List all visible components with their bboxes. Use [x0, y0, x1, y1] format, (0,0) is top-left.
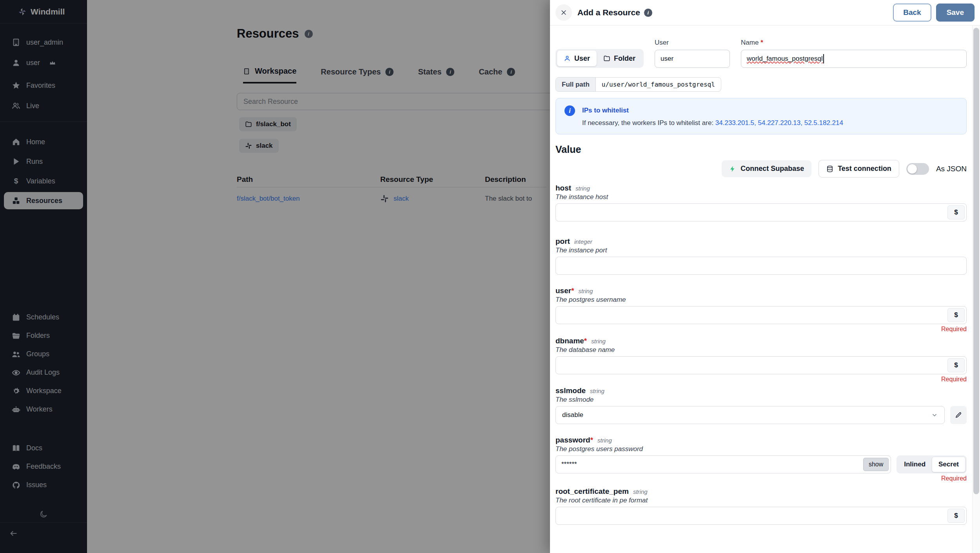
field-root-certificate-pem: root_certificate_pemstring The root cert… — [555, 487, 967, 525]
field-type: string — [579, 288, 593, 294]
required-asterisk: * — [760, 39, 763, 46]
database-icon — [826, 165, 833, 172]
insert-variable-button[interactable]: $ — [947, 358, 965, 372]
full-path-value: u/user/world_famous_postgresql — [596, 78, 721, 91]
insert-variable-button[interactable]: $ — [947, 509, 965, 523]
owner-folder-segment[interactable]: Folder — [597, 51, 642, 66]
field-description: The root certificate in pe format — [555, 497, 967, 504]
sslmode-selected-value: disable — [562, 411, 583, 419]
owner-user-label: User — [574, 54, 590, 63]
required-asterisk: * — [584, 337, 587, 345]
root-certificate-input[interactable] — [555, 507, 967, 525]
show-password-button[interactable]: show — [863, 458, 889, 471]
name-field-input[interactable]: world_famous_postgresql — [741, 50, 967, 68]
password-input[interactable] — [555, 455, 891, 473]
port-input[interactable] — [555, 257, 967, 275]
required-asterisk: * — [571, 286, 574, 295]
secret-segment[interactable]: Secret — [932, 457, 965, 472]
field-type: string — [575, 185, 590, 192]
back-button[interactable]: Back — [893, 4, 931, 22]
field-name: password* — [555, 436, 593, 444]
full-path: Full path u/user/world_famous_postgresql — [555, 77, 721, 92]
field-host: hoststring The instance host $ — [555, 184, 967, 221]
field-name: port — [555, 237, 570, 246]
field-description: The instance port — [555, 247, 967, 254]
infobox-text: If necessary, the workers IPs to whiteli… — [582, 119, 843, 127]
infobox-title: IPs to whitelist — [582, 107, 843, 114]
user-icon — [564, 55, 571, 62]
save-button[interactable]: Save — [936, 4, 975, 22]
field-type: string — [590, 388, 604, 394]
field-user: user*string The postgres username $ Requ… — [555, 286, 967, 334]
test-connection-label: Test connection — [838, 165, 891, 173]
name-field-value: world_famous_postgresql — [747, 55, 823, 63]
modal-overlay[interactable] — [0, 0, 550, 553]
field-name: user* — [555, 286, 574, 295]
connect-supabase-button[interactable]: Connect Supabase — [722, 160, 811, 177]
field-type: integer — [574, 238, 592, 245]
drawer-title: Add a Resource — [577, 8, 640, 17]
user-field-label: User — [655, 39, 730, 47]
drawer-body: User Folder User Name * world_famous_pos… — [550, 39, 980, 553]
field-name: host — [555, 184, 571, 192]
field-description: The instance host — [555, 193, 967, 201]
dbname-input[interactable] — [555, 356, 967, 374]
field-name: root_certificate_pem — [555, 487, 629, 496]
required-hint: Required — [555, 475, 967, 483]
field-description: The database name — [555, 346, 967, 354]
field-type: string — [591, 338, 606, 344]
field-password: password*string The postgres users passw… — [555, 436, 967, 483]
close-button[interactable] — [555, 4, 572, 21]
required-hint: Required — [555, 326, 967, 334]
whitelist-ips: 34.233.201.5, 54.227.220.13, 52.5.182.21… — [715, 119, 843, 127]
field-name: sslmode — [555, 386, 586, 395]
as-json-label: As JSON — [936, 165, 967, 173]
test-connection-button[interactable]: Test connection — [818, 160, 899, 178]
full-path-label: Full path — [556, 78, 596, 91]
toggle-knob — [907, 164, 917, 174]
user-field-input[interactable] — [655, 50, 730, 68]
close-icon — [560, 9, 567, 16]
field-dbname: dbname*string The database name $ Requir… — [555, 337, 967, 384]
field-type: string — [597, 437, 612, 444]
field-type: string — [633, 488, 648, 495]
scrollbar-thumb[interactable] — [973, 28, 979, 494]
host-input[interactable] — [555, 203, 967, 221]
info-icon — [564, 105, 575, 116]
required-hint: Required — [555, 376, 967, 384]
value-actions: Connect Supabase Test connection As JSON — [555, 160, 967, 178]
required-asterisk: * — [590, 436, 593, 444]
drawer-header: Add a Resource Back Save — [550, 0, 980, 25]
scrollbar[interactable] — [972, 25, 980, 553]
info-icon[interactable] — [644, 9, 652, 17]
add-resource-drawer: Add a Resource Back Save User Folder — [550, 0, 980, 553]
sslmode-select[interactable]: disable — [555, 406, 945, 424]
as-json-toggle[interactable] — [906, 163, 929, 175]
pg-user-input[interactable] — [555, 306, 967, 324]
owner-folder-label: Folder — [614, 54, 635, 63]
pencil-icon — [955, 412, 962, 419]
secret-mode-toggle: Inlined Secret — [897, 455, 967, 473]
bolt-icon — [729, 165, 736, 172]
field-description: The sslmode — [555, 396, 967, 404]
ips-whitelist-infobox: IPs to whitelist If necessary, the worke… — [555, 98, 967, 134]
folder-icon — [603, 55, 610, 62]
inlined-segment[interactable]: Inlined — [898, 457, 932, 472]
text-cursor — [823, 54, 824, 63]
owner-kind-toggle: User Folder — [555, 49, 644, 68]
insert-variable-button[interactable]: $ — [947, 205, 965, 219]
edit-enum-button[interactable] — [950, 406, 967, 424]
field-name: dbname* — [555, 337, 587, 345]
field-port: portinteger The instance port — [555, 237, 967, 275]
insert-variable-button[interactable]: $ — [947, 308, 965, 322]
owner-user-segment[interactable]: User — [557, 51, 597, 66]
screen: Windmill user_admin user Favorites Live — [0, 0, 980, 553]
name-field-label: Name * — [741, 39, 967, 47]
field-sslmode: sslmodestring The sslmode disable — [555, 386, 967, 424]
value-section-title: Value — [555, 144, 967, 155]
chevron-down-icon — [931, 412, 938, 419]
field-description: The postgres username — [555, 296, 967, 304]
connect-supabase-label: Connect Supabase — [740, 165, 804, 173]
field-description: The postgres users password — [555, 445, 967, 453]
